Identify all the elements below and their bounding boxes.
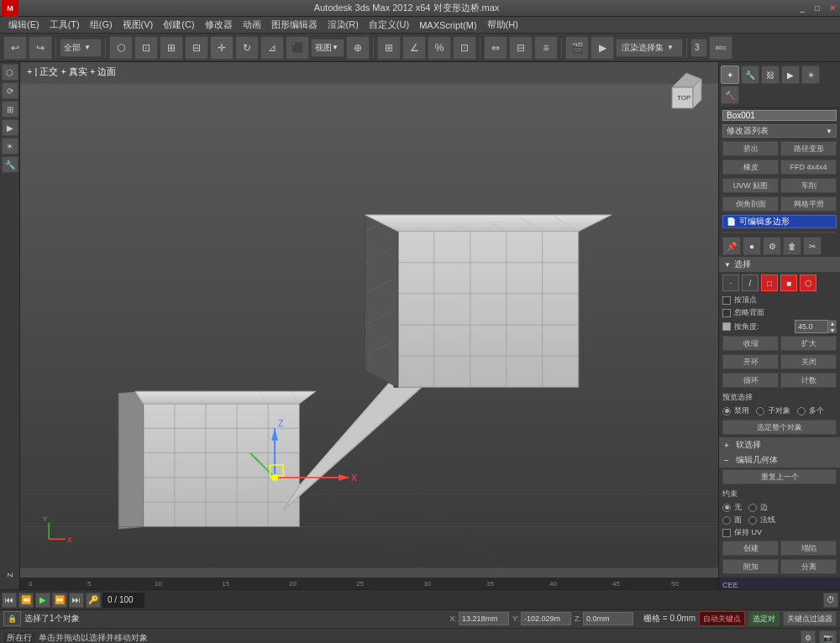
element-mode-btn[interactable]: ⬡ xyxy=(800,274,816,291)
menu-maxscript[interactable]: MAXScript(M) xyxy=(414,20,481,30)
stack-cut-btn[interactable]: ✂ xyxy=(803,237,822,255)
motion-btn[interactable]: ▶ xyxy=(2,119,18,136)
go-end-btn[interactable]: ⏭ xyxy=(69,593,84,608)
display-btn[interactable]: ☀ xyxy=(2,138,18,154)
maximize-btn[interactable]: □ xyxy=(810,1,825,16)
extrude-btn[interactable]: 挤出 xyxy=(722,141,779,156)
window-controls[interactable]: _ □ ✕ xyxy=(795,1,840,16)
layer-btn[interactable]: ≡ xyxy=(534,36,558,60)
utilities-btn[interactable]: 🔧 xyxy=(2,156,18,173)
move-btn[interactable]: ✛ xyxy=(210,36,234,60)
poly-mode-btn[interactable]: ■ xyxy=(780,274,797,291)
by-vertex-checkbox[interactable] xyxy=(722,296,731,305)
stack-active-btn[interactable]: ● xyxy=(743,237,761,255)
motion-panel-tab[interactable]: ▶ xyxy=(781,65,800,84)
vertex-mode-btn[interactable]: · xyxy=(722,274,739,291)
ref-coord-dropdown[interactable]: 视图 ▼ xyxy=(311,39,344,57)
window-crossing-btn[interactable]: ⊞ xyxy=(160,36,183,60)
angle-down-btn[interactable]: ▼ xyxy=(828,327,837,333)
close-btn[interactable]: 关闭 xyxy=(780,354,837,369)
lathe-btn[interactable]: 车削 xyxy=(780,178,837,193)
menu-view[interactable]: 视图(V) xyxy=(118,18,159,31)
next-frame-btn[interactable]: ⏩ xyxy=(52,593,67,608)
menu-edit[interactable]: 编辑(E) xyxy=(3,18,45,31)
menu-customize[interactable]: 自定义(U) xyxy=(364,18,414,31)
repeat-btn[interactable]: 重复上一个 xyxy=(722,469,837,484)
select-filter-btn[interactable]: ⊟ xyxy=(185,36,208,60)
undo-btn[interactable]: ↩ xyxy=(3,36,27,60)
face-radio[interactable] xyxy=(722,516,731,525)
scale2-btn[interactable]: ⬛ xyxy=(286,36,309,60)
mirror-btn[interactable]: ⇔ xyxy=(484,36,507,60)
hierarchy-btn[interactable]: ⊞ xyxy=(2,101,18,118)
edge-radio[interactable] xyxy=(748,504,757,512)
menu-help[interactable]: 帮助(H) xyxy=(482,18,523,31)
x-value[interactable]: 13.218mm xyxy=(459,612,509,625)
modify-tool-btn[interactable]: ⟳ xyxy=(2,82,18,99)
selection-section-header[interactable]: ▼ 选择 xyxy=(719,257,840,272)
rotate-btn[interactable]: ↻ xyxy=(235,36,259,60)
multi-radio[interactable] xyxy=(797,407,806,416)
object-name-field[interactable]: Box001 xyxy=(722,110,837,121)
minimize-btn[interactable]: _ xyxy=(795,1,810,16)
active-modifier-item[interactable]: 📄 可编辑多边形 xyxy=(722,215,837,228)
shrink-btn[interactable]: 收缩 xyxy=(722,336,779,351)
time-config-btn[interactable]: ⏱ xyxy=(823,593,838,608)
stack-pin-btn[interactable]: 📌 xyxy=(722,237,741,255)
render-preview-btn[interactable]: ▶ xyxy=(591,36,614,60)
select-btn[interactable]: ⬡ xyxy=(109,36,133,60)
key-mode-btn[interactable]: 🔑 xyxy=(86,593,101,608)
stack-config-btn[interactable]: ⚙ xyxy=(763,237,781,255)
key-filter-btn[interactable]: 关键点过滤器 xyxy=(783,611,837,626)
detach-btn[interactable]: 分离 xyxy=(780,559,837,574)
angle-checkbox[interactable] xyxy=(722,322,731,331)
spinner-snap-btn[interactable]: ⊡ xyxy=(453,36,476,60)
menu-group[interactable]: 组(G) xyxy=(85,18,118,31)
count-btn[interactable]: 计数 xyxy=(780,373,837,388)
border-mode-btn[interactable]: □ xyxy=(761,274,778,291)
render-select-dropdown[interactable]: 渲染选择集 ▼ xyxy=(616,39,683,57)
select-keyframe-btn[interactable]: 选定对 xyxy=(748,611,780,626)
stack-delete-btn[interactable]: 🗑 xyxy=(783,237,801,255)
menu-modifier[interactable]: 修改器 xyxy=(200,18,238,31)
viewport[interactable]: + | 正交 + 真实 + 边面 TOP xyxy=(20,62,718,589)
percent-snap-btn[interactable]: % xyxy=(428,36,451,60)
snap-btn[interactable]: ⊞ xyxy=(377,36,401,60)
none-radio[interactable] xyxy=(722,504,731,512)
grow-btn[interactable]: 扩大 xyxy=(780,336,837,351)
go-start-btn[interactable]: ⏮ xyxy=(2,593,17,608)
pivot-btn[interactable]: ⊕ xyxy=(346,36,370,60)
play-btn[interactable]: ▶ xyxy=(35,593,50,608)
redo-btn[interactable]: ↪ xyxy=(29,36,52,60)
create-panel-tab[interactable]: ✦ xyxy=(721,65,739,84)
scale-btn[interactable]: ⊿ xyxy=(260,36,284,60)
menu-tools[interactable]: 工具(T) xyxy=(45,18,85,31)
select-all-dropdown[interactable]: 全部 ▼ xyxy=(60,39,102,57)
viewport-config-btn[interactable]: 📷 xyxy=(819,630,837,643)
auto-key-btn[interactable]: 自动关键点 xyxy=(699,611,745,626)
create-btn[interactable]: 创建 xyxy=(722,541,779,556)
angle-value-field[interactable]: 45.0 xyxy=(795,320,828,333)
named-sel-btn[interactable]: abc xyxy=(709,36,732,60)
hierarchy-panel-tab[interactable]: ⛓ xyxy=(761,65,780,84)
snap-settings-btn[interactable]: ⚙ xyxy=(801,630,816,643)
menu-animation[interactable]: 动画 xyxy=(238,18,266,31)
disabled-radio[interactable] xyxy=(722,407,731,416)
open-btn[interactable]: 开环 xyxy=(722,354,779,369)
collapse-btn[interactable]: 塌陷 xyxy=(780,541,837,556)
select-region-btn[interactable]: ⊡ xyxy=(134,36,158,60)
uvw-btn[interactable]: UVW 贴图 xyxy=(722,178,779,193)
bevel-profile-btn[interactable]: 倒角剖面 xyxy=(722,196,779,212)
menu-render[interactable]: 渲染(R) xyxy=(323,18,364,31)
y-value[interactable]: -102.029m xyxy=(521,612,571,625)
modifier-list-dropdown[interactable]: 修改器列表 ▼ xyxy=(722,124,837,138)
ignore-backface-checkbox[interactable] xyxy=(722,309,731,317)
preserve-uv-checkbox[interactable] xyxy=(722,529,731,537)
create-tool-btn[interactable]: ⬡ xyxy=(2,64,18,81)
relax-btn[interactable]: 橡皮 xyxy=(722,159,779,175)
utilities-panel-tab[interactable]: 🔨 xyxy=(721,86,739,104)
nav-cube[interactable]: TOP xyxy=(664,71,710,117)
soft-select-header[interactable]: + 软选择 xyxy=(719,437,840,452)
normal-radio[interactable] xyxy=(748,516,757,525)
prev-frame-btn[interactable]: ⏪ xyxy=(18,593,34,608)
